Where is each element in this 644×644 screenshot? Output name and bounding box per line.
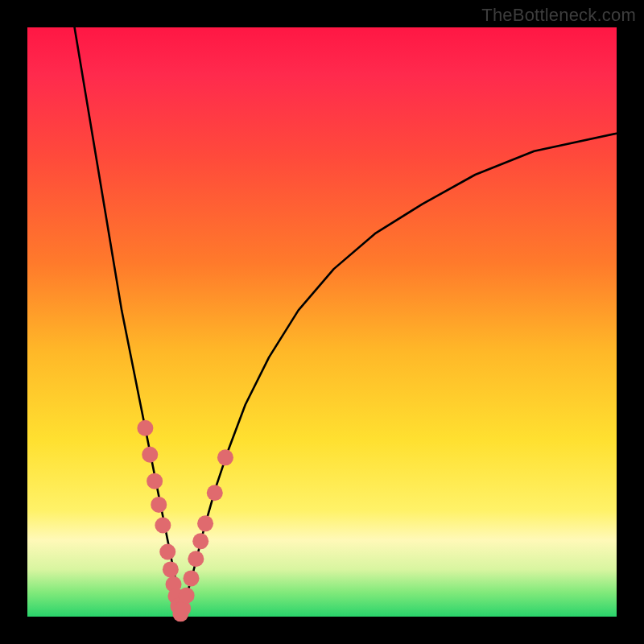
data-point	[142, 447, 158, 463]
plot-area	[27, 27, 617, 617]
chart-svg	[27, 27, 617, 617]
data-point	[217, 449, 233, 465]
data-point	[179, 588, 195, 604]
data-point	[151, 497, 167, 513]
data-point	[155, 518, 171, 534]
data-point	[207, 485, 223, 501]
data-point	[159, 543, 175, 559]
chart-frame: TheBottleneck.com	[0, 0, 644, 644]
data-point	[147, 473, 163, 489]
data-point	[184, 570, 200, 586]
data-point	[163, 561, 179, 577]
data-point	[137, 420, 153, 436]
data-point	[188, 551, 204, 567]
data-point	[192, 533, 208, 549]
data-point	[197, 515, 213, 531]
watermark-text: TheBottleneck.com	[481, 5, 636, 26]
